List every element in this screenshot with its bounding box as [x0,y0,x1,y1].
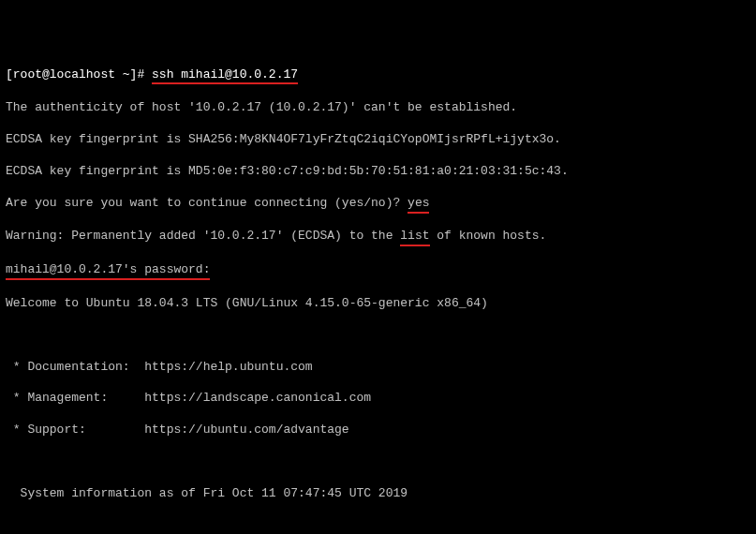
terminal-line: ECDSA key fingerprint is MD5:0e:f3:80:c7… [6,164,750,180]
blank-line [6,328,750,344]
doc-line: * Documentation: https://help.ubuntu.com [6,360,750,376]
password-prompt-line: mihail@10.0.2.17's password: [6,262,750,280]
mgmt-line: * Management: https://landscape.canonica… [6,391,750,407]
terminal-line: Are you sure you want to continue connec… [6,196,750,214]
ssh-command: ssh mihail@10.0.2.17 [152,67,298,85]
shell-prompt: [root@localhost ~]# [6,67,152,82]
sysinfo-header: System information as of Fri Oct 11 07:4… [6,486,750,502]
blank-line [6,518,750,534]
terminal-line: The authenticity of host '10.0.2.17 (10.… [6,100,750,116]
welcome-line: Welcome to Ubuntu 18.04.3 LTS (GNU/Linux… [6,296,750,312]
blank-line [6,454,750,470]
terminal-line: Warning: Permanently added '10.0.2.17' (… [6,229,750,246]
yes-answer: yes [408,196,429,214]
terminal-line: ECDSA key fingerprint is SHA256:My8KN4OF… [6,132,750,148]
terminal-line-prompt: [root@localhost ~]# ssh mihail@10.0.2.17 [6,67,750,85]
support-line: * Support: https://ubuntu.com/advantage [6,423,750,438]
